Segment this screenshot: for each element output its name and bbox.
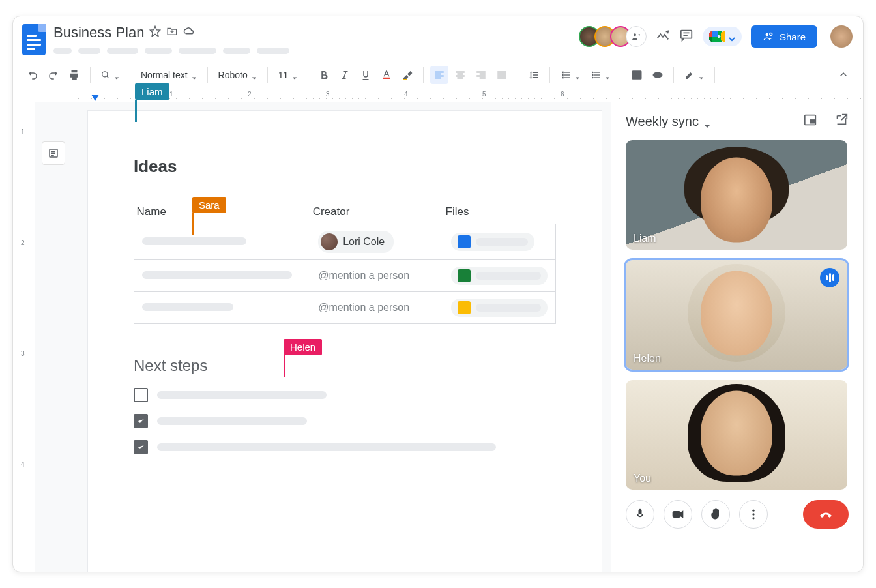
collaborator-cursor-sara: Sara <box>192 197 226 235</box>
collaborator-avatars[interactable] <box>584 26 647 47</box>
ruler-tick: 6 <box>561 91 564 98</box>
redo-button[interactable] <box>44 66 63 84</box>
slides-file-icon <box>458 301 471 314</box>
share-button[interactable]: Share <box>751 25 817 48</box>
align-left-button[interactable] <box>430 66 448 84</box>
collapse-toolbar-button[interactable] <box>834 66 853 84</box>
activity-icon[interactable] <box>656 28 670 45</box>
video-tile-active[interactable]: Helen <box>626 260 847 370</box>
hangup-button[interactable] <box>803 500 849 529</box>
checklist-item[interactable] <box>134 388 556 402</box>
meet-icon <box>709 31 725 42</box>
fontsize-dropdown[interactable]: 11 <box>274 66 302 84</box>
highlight-button[interactable] <box>398 66 416 84</box>
share-label: Share <box>780 31 806 42</box>
svg-rect-16 <box>564 72 570 72</box>
font-dropdown[interactable]: Roboto <box>214 66 261 84</box>
docs-logo[interactable] <box>20 22 48 58</box>
svg-point-21 <box>592 77 594 79</box>
pip-icon[interactable] <box>803 113 817 130</box>
move-icon[interactable] <box>166 25 178 40</box>
checkbox-unchecked[interactable] <box>134 388 148 402</box>
checkbox-checked[interactable] <box>134 414 148 428</box>
svg-point-27 <box>654 72 663 78</box>
document-title[interactable]: Business Plan <box>53 24 144 41</box>
file-chip[interactable] <box>451 233 534 251</box>
svg-point-19 <box>592 72 594 74</box>
heading-ideas[interactable]: Ideas <box>134 156 177 177</box>
svg-point-9 <box>770 33 772 35</box>
zoom-dropdown[interactable] <box>97 66 123 84</box>
outline-toggle-button[interactable] <box>42 141 65 165</box>
col-creator: Creator <box>310 200 443 224</box>
print-button[interactable] <box>65 66 83 84</box>
chevron-down-icon <box>704 118 710 125</box>
indent-marker[interactable] <box>91 95 99 101</box>
more-options-button[interactable] <box>739 500 768 529</box>
table-row[interactable]: @mention a person <box>134 292 556 324</box>
raise-hand-button[interactable] <box>701 500 730 529</box>
docs-file-icon <box>458 235 471 248</box>
insert-link-button[interactable] <box>649 66 667 84</box>
align-justify-button[interactable] <box>493 66 511 84</box>
italic-button[interactable] <box>336 66 354 84</box>
menu-bar[interactable] <box>53 48 584 54</box>
bold-button[interactable] <box>315 66 333 84</box>
popout-icon[interactable] <box>834 113 849 130</box>
checkbox-checked[interactable] <box>134 440 148 454</box>
editing-mode-button[interactable] <box>680 66 708 84</box>
svg-point-8 <box>765 33 768 37</box>
ruler-tick: 5 <box>482 91 486 98</box>
file-chip[interactable] <box>451 267 548 285</box>
chevron-down-icon <box>729 33 735 40</box>
tile-name: Helen <box>634 353 661 364</box>
tile-name: Liam <box>634 233 656 244</box>
svg-rect-5 <box>712 31 718 37</box>
mention-placeholder[interactable]: @mention a person <box>318 270 409 281</box>
app-window: Business Plan <box>12 16 864 572</box>
underline-button[interactable] <box>357 66 375 84</box>
document-page[interactable]: Liam Sara Helen Ideas Name Creator Files… <box>87 110 602 572</box>
heading-next-steps[interactable]: Next steps <box>134 357 556 375</box>
text-color-button[interactable] <box>377 66 396 84</box>
svg-marker-7 <box>709 31 712 37</box>
checklist-button[interactable] <box>557 66 584 84</box>
video-tile[interactable]: Liam <box>626 140 847 250</box>
svg-point-1 <box>634 33 636 36</box>
mention-chip[interactable]: Lori Cole <box>318 231 394 253</box>
svg-rect-23 <box>594 74 600 75</box>
ruler-tick: 3 <box>326 91 330 98</box>
svg-rect-22 <box>594 72 600 72</box>
checklist-item[interactable] <box>134 440 556 454</box>
svg-rect-13 <box>562 72 564 74</box>
avatar <box>321 233 338 250</box>
collaborator-cursor-helen: Helen <box>284 339 322 377</box>
mic-button[interactable] <box>626 500 654 529</box>
comments-icon[interactable] <box>679 28 694 45</box>
insert-image-button[interactable] <box>628 66 646 84</box>
line-spacing-button[interactable] <box>525 66 543 84</box>
file-chip[interactable] <box>451 299 548 317</box>
bullet-list-button[interactable] <box>587 66 614 84</box>
meet-button[interactable] <box>703 27 742 46</box>
mention-placeholder[interactable]: @mention a person <box>318 302 409 313</box>
undo-button[interactable] <box>23 66 42 84</box>
account-avatar[interactable] <box>830 25 853 48</box>
camera-button[interactable] <box>664 500 692 529</box>
collaborator-more[interactable] <box>626 26 647 47</box>
align-right-button[interactable] <box>472 66 490 84</box>
svg-marker-0 <box>151 27 160 37</box>
meet-title-dropdown[interactable]: Weekly sync <box>626 114 710 129</box>
vertical-ruler[interactable]: 1 2 3 4 <box>13 102 35 572</box>
checklist-item[interactable] <box>134 414 556 428</box>
align-center-button[interactable] <box>451 66 469 84</box>
svg-rect-2 <box>681 31 692 38</box>
style-dropdown[interactable]: Normal text <box>137 66 201 84</box>
star-icon[interactable] <box>149 25 161 40</box>
table-row[interactable]: @mention a person <box>134 260 556 292</box>
video-tile[interactable]: You <box>626 380 847 490</box>
title-area: Business Plan <box>53 22 584 54</box>
svg-rect-18 <box>564 77 570 78</box>
cloud-status-icon[interactable] <box>183 25 195 40</box>
ruler-tick: 1 <box>169 91 173 98</box>
